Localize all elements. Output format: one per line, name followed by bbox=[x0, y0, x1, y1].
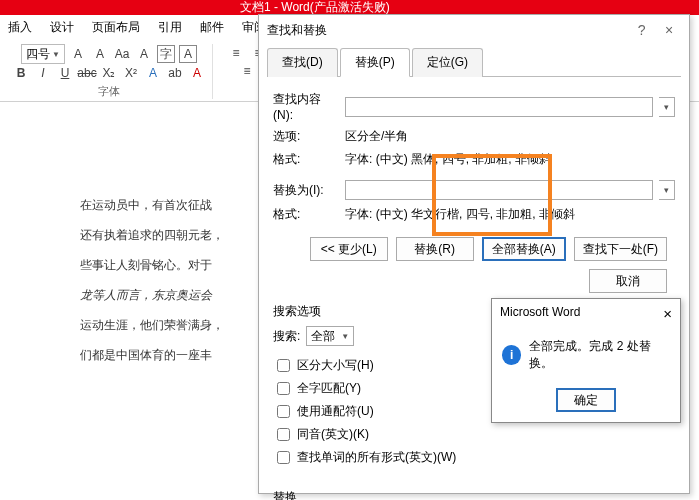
ribbon-group-font: 四号▼ A A Aa A 字 A B I U abc X₂ X² A ab A … bbox=[6, 44, 213, 99]
tab-insert[interactable]: 插入 bbox=[8, 19, 32, 36]
replace-input[interactable] bbox=[345, 180, 653, 200]
tab-layout[interactable]: 页面布局 bbox=[92, 19, 140, 36]
char-shading-icon[interactable]: A bbox=[179, 45, 197, 63]
doc-line: 龙等人而言，东京奥运会 bbox=[80, 280, 260, 310]
find-input[interactable] bbox=[345, 97, 653, 117]
tab-goto[interactable]: 定位(G) bbox=[412, 48, 483, 77]
search-label: 搜索: bbox=[273, 328, 300, 345]
italic-icon[interactable]: I bbox=[34, 64, 52, 82]
chk-sounds-like[interactable]: 同音(英文)(K) bbox=[273, 425, 456, 444]
dialog-body: 查找内容(N): ▾ 选项:区分全/半角 格式:字体: (中文) 黑体, 四号,… bbox=[259, 77, 689, 500]
check-col-left: 区分大小写(H) 全字匹配(Y) 使用通配符(U) 同音(英文)(K) 查找单词… bbox=[273, 352, 456, 471]
message-box: Microsoft Word × i 全部完成。完成 2 处替换。 确定 bbox=[491, 298, 681, 423]
tab-mail[interactable]: 邮件 bbox=[200, 19, 224, 36]
format2-value: 字体: (中文) 华文行楷, 四号, 非加粗, 非倾斜 bbox=[345, 206, 575, 223]
search-direction-select[interactable]: 全部▼ bbox=[306, 326, 354, 346]
tab-replace[interactable]: 替换(P) bbox=[340, 48, 410, 77]
tab-design[interactable]: 设计 bbox=[50, 19, 74, 36]
highlight-icon[interactable]: ab bbox=[166, 64, 184, 82]
strike-icon[interactable]: abc bbox=[78, 64, 96, 82]
chk-word-forms[interactable]: 查找单词的所有形式(英文)(W) bbox=[273, 448, 456, 467]
chk-wildcards[interactable]: 使用通配符(U) bbox=[273, 402, 456, 421]
tab-find[interactable]: 查找(D) bbox=[267, 48, 338, 77]
format1-label: 格式: bbox=[273, 151, 339, 168]
chk-label: 使用通配符(U) bbox=[297, 403, 374, 420]
chk-label: 全字匹配(Y) bbox=[297, 380, 361, 397]
msg-close-icon[interactable]: × bbox=[663, 305, 672, 322]
find-next-button[interactable]: 查找下一处(F) bbox=[574, 237, 667, 261]
tab-references[interactable]: 引用 bbox=[158, 19, 182, 36]
options-label: 选项: bbox=[273, 128, 339, 145]
msg-ok-button[interactable]: 确定 bbox=[556, 388, 616, 412]
chk-label: 查找单词的所有形式(英文)(W) bbox=[297, 449, 456, 466]
doc-line: 些事让人刻骨铭心。对于 bbox=[80, 250, 260, 280]
close-icon[interactable]: × bbox=[657, 22, 681, 38]
replace-dropdown-icon[interactable]: ▾ bbox=[659, 180, 675, 200]
replace-section-title: 替换 bbox=[273, 489, 675, 500]
app-titlebar: 文档1 - Word(产品激活失败) bbox=[0, 0, 699, 15]
chk-label: 同音(英文)(K) bbox=[297, 426, 369, 443]
group-label-font: 字体 bbox=[98, 84, 120, 99]
text-effects-icon[interactable]: A bbox=[144, 64, 162, 82]
font-size-value: 四号 bbox=[26, 46, 50, 63]
font-color-icon[interactable]: A bbox=[188, 64, 206, 82]
change-case-icon[interactable]: Aa bbox=[113, 45, 131, 63]
replace-label: 替换为(I): bbox=[273, 182, 339, 199]
less-button[interactable]: << 更少(L) bbox=[310, 237, 388, 261]
doc-line-text: 龙等人而言，东京奥运会 bbox=[80, 280, 260, 310]
msg-title: Microsoft Word bbox=[500, 305, 580, 322]
format2-label: 格式: bbox=[273, 206, 339, 223]
doc-line: 们都是中国体育的一座丰 bbox=[80, 340, 260, 370]
grow-font-icon[interactable]: A bbox=[69, 45, 87, 63]
font-size-selector[interactable]: 四号▼ bbox=[21, 44, 65, 64]
chk-whole-word[interactable]: 全字匹配(Y) bbox=[273, 379, 456, 398]
dialog-tabs: 查找(D) 替换(P) 定位(G) bbox=[267, 47, 681, 77]
doc-line: 在运动员中，有首次征战 bbox=[80, 190, 260, 220]
find-dropdown-icon[interactable]: ▾ bbox=[659, 97, 675, 117]
dialog-title: 查找和替换 bbox=[267, 22, 327, 39]
chk-label: 区分大小写(H) bbox=[297, 357, 374, 374]
options-value: 区分全/半角 bbox=[345, 128, 408, 145]
doc-line: 还有执着追求的四朝元老， bbox=[80, 220, 260, 250]
chk-case[interactable]: 区分大小写(H) bbox=[273, 356, 456, 375]
shrink-font-icon[interactable]: A bbox=[91, 45, 109, 63]
document-body[interactable]: 在运动员中，有首次征战 还有执着追求的四朝元老， 些事让人刻骨铭心。对于 龙等人… bbox=[80, 190, 260, 370]
replace-button[interactable]: 替换(R) bbox=[396, 237, 474, 261]
superscript-icon[interactable]: X² bbox=[122, 64, 140, 82]
replace-all-button[interactable]: 全部替换(A) bbox=[482, 237, 566, 261]
info-icon: i bbox=[502, 345, 521, 365]
char-border-icon[interactable]: 字 bbox=[157, 45, 175, 63]
chevron-down-icon: ▼ bbox=[52, 50, 60, 59]
subscript-icon[interactable]: X₂ bbox=[100, 64, 118, 82]
bold-icon[interactable]: B bbox=[12, 64, 30, 82]
chevron-down-icon: ▼ bbox=[341, 332, 349, 341]
underline-icon[interactable]: U bbox=[56, 64, 74, 82]
find-label: 查找内容(N): bbox=[273, 91, 339, 122]
msg-body: 全部完成。完成 2 处替换。 bbox=[529, 338, 670, 372]
help-icon[interactable]: ? bbox=[630, 22, 654, 38]
search-direction-value: 全部 bbox=[311, 328, 335, 345]
format1-value: 字体: (中文) 黑体, 四号, 非加粗, 非倾斜 bbox=[345, 151, 551, 168]
bullets-icon[interactable]: ≡ bbox=[227, 44, 245, 62]
doc-line: 运动生涯，他们荣誉满身， bbox=[80, 310, 260, 340]
find-replace-dialog: 查找和替换 ? × 查找(D) 替换(P) 定位(G) 查找内容(N): ▾ 选… bbox=[258, 14, 690, 494]
dialog-titlebar[interactable]: 查找和替换 ? × bbox=[259, 15, 689, 45]
clear-format-icon[interactable]: A bbox=[135, 45, 153, 63]
align-left-icon[interactable]: ≡ bbox=[238, 62, 256, 80]
cancel-button[interactable]: 取消 bbox=[589, 269, 667, 293]
